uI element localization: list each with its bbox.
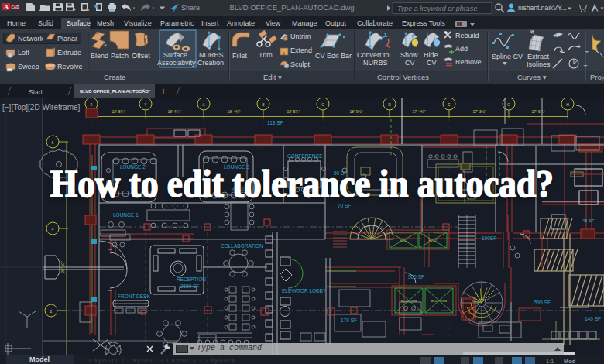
svg-text:A: A [4, 3, 9, 11]
svg-text:595 SF: 595 SF [534, 300, 551, 305]
svg-text:COLLABORATION: COLLABORATION [221, 243, 263, 249]
svg-text:18'-5¼": 18'-5¼" [287, 109, 300, 114]
svg-text:Y: Y [144, 102, 147, 107]
svg-text:18'-9½": 18'-9½" [350, 109, 363, 114]
svg-text:18'-4½": 18'-4½" [228, 109, 241, 114]
svg-text:BLD+72MB: BLD+72MB [431, 299, 448, 303]
svg-text:A: A [202, 102, 205, 107]
svg-text:B: B [262, 102, 265, 107]
svg-text:RECEPTION: RECEPTION [177, 276, 206, 282]
svg-text:C: C [321, 102, 324, 107]
svg-text:LOUNGE 1: LOUNGE 1 [113, 212, 139, 218]
svg-text:CONFERENCE: CONFERENCE [287, 153, 323, 159]
svg-text:Share: Share [181, 4, 200, 12]
svg-text:H: H [566, 102, 569, 107]
svg-text:170 SF: 170 SF [341, 318, 357, 323]
svg-text:18'-8¾": 18'-8¾" [112, 109, 125, 114]
svg-text:17'-3½": 17'-3½" [473, 109, 486, 114]
svg-text:18'-4¼": 18'-4¼" [168, 109, 181, 114]
svg-text:6: 6 [52, 140, 54, 145]
svg-text:ELEVATOR LOBBY: ELEVATOR LOBBY [282, 288, 327, 294]
svg-text:2: 2 [91, 102, 93, 107]
svg-text:G: G [507, 102, 510, 107]
svg-text:1:1: 1:1 [546, 358, 554, 364]
svg-text:Type a keyword or phrase: Type a keyword or phrase [397, 5, 477, 12]
svg-text:17'-6¼": 17'-6¼" [532, 109, 545, 114]
svg-text:nishant.naikVY...: nishant.naikVY... [518, 4, 567, 12]
svg-text:17'-4½": 17'-4½" [413, 109, 426, 114]
svg-text:45 SF: 45 SF [582, 218, 595, 223]
svg-text:E: E [448, 102, 451, 107]
svg-text:Mod: Mod [564, 358, 576, 364]
svg-text:2: 2 [50, 309, 53, 314]
svg-text:EL-02: EL-02 [429, 239, 438, 242]
svg-text:2650 SF: 2650 SF [180, 283, 200, 289]
svg-text:BLVD OFFICE_PLAN-AUTOCAD.dwg: BLVD OFFICE_PLAN-AUTOCAD.dwg [229, 3, 354, 12]
svg-text:4: 4 [52, 227, 54, 232]
svg-text:CAD: CAD [12, 5, 20, 9]
svg-text:100SF: 100SF [482, 235, 496, 241]
svg-text:FRONT DESK: FRONT DESK [118, 294, 150, 299]
svg-text:140 SF: 140 SF [585, 316, 601, 321]
svg-text:D: D [388, 102, 391, 107]
svg-text:EL-01: EL-01 [400, 239, 408, 242]
svg-text:118 SF: 118 SF [267, 120, 283, 125]
svg-text:500 SF: 500 SF [408, 274, 424, 280]
